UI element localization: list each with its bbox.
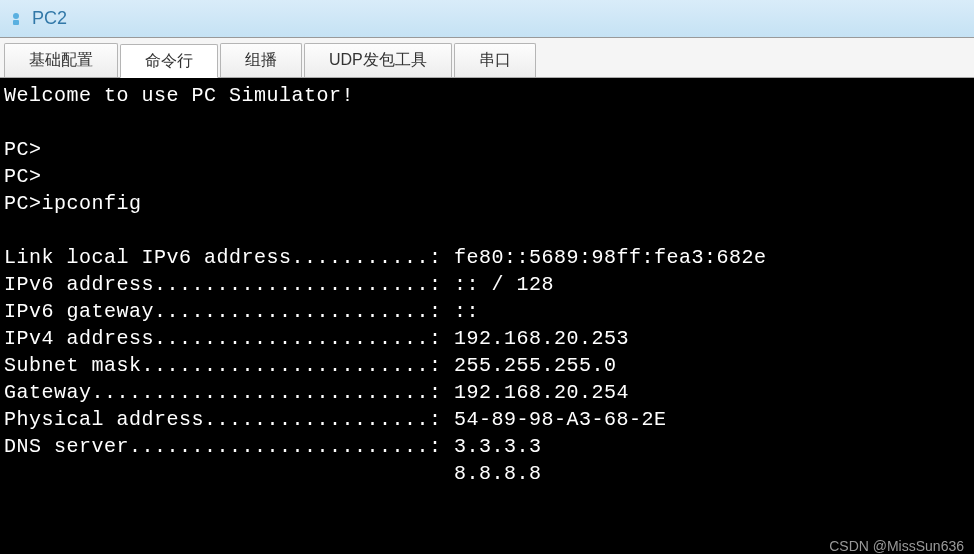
window-title: PC2: [32, 8, 67, 29]
terminal-line: IPv6 gateway......................: ::: [4, 300, 479, 323]
terminal-welcome: Welcome to use PC Simulator!: [4, 84, 354, 107]
terminal-line: IPv6 address......................: :: /…: [4, 273, 554, 296]
tab-basic-config[interactable]: 基础配置: [4, 43, 118, 77]
tab-udp-tool[interactable]: UDP发包工具: [304, 43, 452, 77]
tab-command-line[interactable]: 命令行: [120, 44, 218, 78]
terminal-line: DNS server........................: 3.3.…: [4, 435, 542, 458]
title-bar: PC2: [0, 0, 974, 38]
svg-rect-1: [13, 20, 19, 25]
terminal-line: IPv4 address......................: 192.…: [4, 327, 629, 350]
tab-multicast[interactable]: 组播: [220, 43, 302, 77]
tab-serial[interactable]: 串口: [454, 43, 536, 77]
app-icon: [6, 9, 26, 29]
terminal-prompt: PC>: [4, 165, 42, 188]
tab-bar: 基础配置 命令行 组播 UDP发包工具 串口: [0, 38, 974, 78]
terminal-output[interactable]: Welcome to use PC Simulator! PC> PC> PC>…: [0, 78, 974, 554]
terminal-prompt: PC>ipconfig: [4, 192, 142, 215]
terminal-line: Subnet mask.......................: 255.…: [4, 354, 617, 377]
terminal-line: 8.8.8.8: [4, 462, 542, 485]
terminal-line: Link local IPv6 address...........: fe80…: [4, 246, 767, 269]
terminal-prompt: PC>: [4, 138, 42, 161]
terminal-line: Physical address..................: 54-8…: [4, 408, 667, 431]
terminal-line: Gateway...........................: 192.…: [4, 381, 629, 404]
watermark: CSDN @MissSun636: [829, 538, 964, 554]
svg-point-0: [13, 13, 19, 19]
